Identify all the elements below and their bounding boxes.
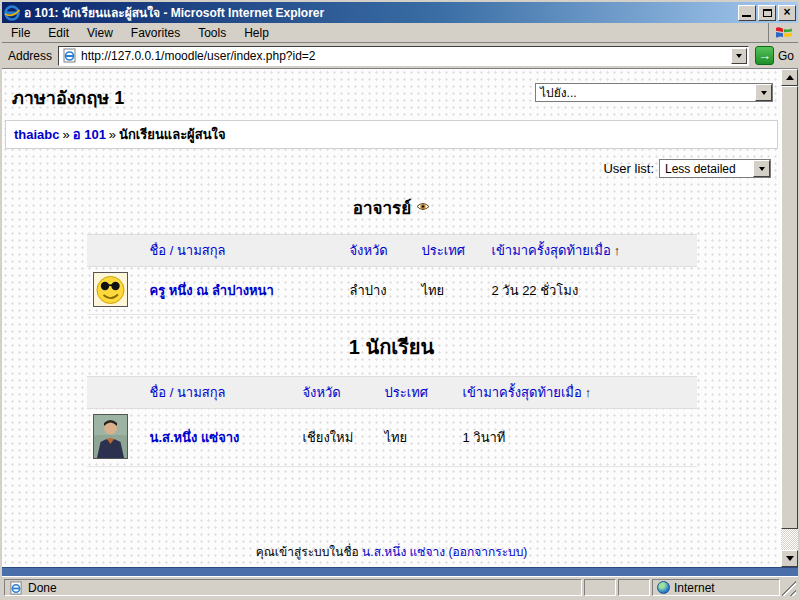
header-province-link[interactable]: จังหวัด bbox=[350, 243, 388, 258]
scroll-down-button[interactable] bbox=[781, 550, 798, 567]
close-button[interactable]: × bbox=[778, 5, 796, 21]
menu-edit[interactable]: Edit bbox=[39, 24, 78, 42]
header-province-link[interactable]: จังหวัด bbox=[303, 385, 341, 400]
status-bar: Done Internet bbox=[2, 576, 798, 598]
scroll-up-button[interactable] bbox=[781, 69, 798, 86]
userlist-control: User list: Less detailed bbox=[2, 149, 781, 178]
avatar[interactable] bbox=[93, 272, 128, 307]
breadcrumb-separator: » bbox=[106, 127, 119, 142]
header-name: ชื่อ / นามสกุล bbox=[144, 235, 344, 267]
header-country-link[interactable]: ประเทศ bbox=[422, 243, 465, 258]
address-bar: Address http://127.0.0.1/moodle/user/ind… bbox=[2, 43, 798, 69]
breadcrumb-current: นักเรียนและผู้สนใจ bbox=[119, 127, 225, 142]
table-row: น.ส.หนึ่ง แซ่จาง เชียงใหม่ ไทย 1 วินาที bbox=[87, 409, 697, 467]
student-heading: 1 นักเรียน bbox=[2, 331, 781, 363]
cell-country: ไทย bbox=[416, 267, 486, 315]
cell-avatar bbox=[87, 409, 144, 467]
vertical-scrollbar[interactable] bbox=[781, 69, 798, 567]
breadcrumb-separator: » bbox=[60, 127, 73, 142]
cell-name: น.ส.หนึ่ง แซ่จาง bbox=[144, 409, 297, 467]
go-arrow-icon: → bbox=[755, 46, 774, 65]
ie-page-icon bbox=[9, 581, 23, 595]
cell-avatar bbox=[87, 267, 144, 315]
student-profile-link[interactable]: น.ส.หนึ่ง แซ่จาง bbox=[150, 430, 240, 445]
window-title: อ 101: นักเรียนและผู้สนใจ - Microsoft In… bbox=[24, 3, 736, 22]
header-name: ชื่อ / นามสกุล bbox=[144, 377, 297, 409]
cell-name: ครู หนึ่ง ณ ลำปางหนา bbox=[144, 267, 344, 315]
header-country: ประเทศ bbox=[416, 235, 486, 267]
table-header-row: ชื่อ / นามสกุล จังหวัด ประเทศ เข้ามาครั้… bbox=[87, 235, 697, 267]
menu-help[interactable]: Help bbox=[235, 24, 278, 42]
jump-to-select[interactable]: ไปยัง... bbox=[535, 83, 773, 102]
breadcrumb: thaiabc»อ 101»นักเรียนและผู้สนใจ bbox=[5, 120, 778, 149]
students-table: ชื่อ / นามสกุล จังหวัด ประเทศ เข้ามาครั้… bbox=[87, 376, 697, 467]
table-row: ครู หนึ่ง ณ ลำปางหนา ลำปาง ไทย 2 วัน 22 … bbox=[87, 267, 697, 315]
go-label: Go bbox=[778, 49, 794, 63]
menu-tools[interactable]: Tools bbox=[189, 24, 235, 42]
bottom-blue-bar bbox=[2, 567, 798, 576]
logout-link[interactable]: (ออกจากระบบ) bbox=[448, 545, 527, 559]
teachers-table: ชื่อ / นามสกุล จังหวัด ประเทศ เข้ามาครั้… bbox=[87, 234, 697, 315]
smiley-avatar-image bbox=[94, 273, 127, 306]
menu-bar: File Edit View Favorites Tools Help bbox=[2, 23, 798, 43]
header-picture bbox=[87, 235, 144, 267]
page-header: ภาษาอังกฤษ 1 ไปยัง... bbox=[2, 77, 781, 116]
jump-to-value: ไปยัง... bbox=[540, 83, 755, 102]
scrollbar-thumb[interactable] bbox=[781, 86, 798, 529]
teacher-heading: อาจารย์ bbox=[2, 194, 781, 221]
restore-button[interactable] bbox=[758, 5, 776, 21]
eye-icon[interactable] bbox=[416, 201, 430, 212]
ie-page-icon bbox=[62, 48, 77, 63]
course-title: ภาษาอังกฤษ 1 bbox=[12, 83, 535, 112]
login-info-prefix: คุณเข้าสู่ระบบในชื่อ bbox=[256, 545, 359, 559]
menu-view[interactable]: View bbox=[78, 24, 122, 42]
status-pane-main: Done bbox=[4, 579, 582, 596]
page-viewport: ภาษาอังกฤษ 1 ไปยัง... thaiabc»อ 101»นักเ… bbox=[2, 69, 798, 576]
header-name-link[interactable]: ชื่อ / นามสกุล bbox=[150, 385, 226, 400]
header-lastaccess: เข้ามาครั้งสุดท้ายเมื่อ↑ bbox=[486, 235, 697, 267]
cell-province: เชียงใหม่ bbox=[297, 409, 379, 467]
photo-avatar-image bbox=[94, 415, 127, 458]
teacher-profile-link[interactable]: ครู หนึ่ง ณ ลำปางหนา bbox=[150, 283, 274, 298]
header-picture bbox=[87, 377, 144, 409]
header-province: จังหวัด bbox=[344, 235, 416, 267]
teacher-heading-text: อาจารย์ bbox=[353, 199, 411, 218]
header-name-link[interactable]: ชื่อ / นามสกุล bbox=[150, 243, 226, 258]
status-pane-zone: Internet bbox=[652, 579, 780, 596]
header-lastaccess: เข้ามาครั้งสุดท้ายเมื่อ↑ bbox=[457, 377, 697, 409]
globe-icon bbox=[657, 581, 670, 594]
cell-country: ไทย bbox=[379, 409, 457, 467]
address-url[interactable]: http://127.0.0.1/moodle/user/index.php?i… bbox=[81, 49, 731, 63]
page-content: ภาษาอังกฤษ 1 ไปยัง... thaiabc»อ 101»นักเ… bbox=[2, 69, 781, 567]
resize-grip[interactable] bbox=[782, 579, 796, 596]
header-lastaccess-link[interactable]: เข้ามาครั้งสุดท้ายเมื่อ bbox=[463, 385, 582, 400]
breadcrumb-course-link[interactable]: อ 101 bbox=[73, 127, 106, 142]
address-label: Address bbox=[8, 49, 52, 63]
cell-lastaccess: 1 วินาที bbox=[457, 409, 697, 467]
status-text: Done bbox=[28, 581, 57, 595]
menu-file[interactable]: File bbox=[2, 24, 39, 42]
userlist-label: User list: bbox=[603, 161, 654, 176]
browser-window: อ 101: นักเรียนและผู้สนใจ - Microsoft In… bbox=[0, 0, 800, 600]
address-dropdown-button[interactable] bbox=[731, 48, 747, 64]
status-pane-empty bbox=[584, 579, 616, 596]
avatar[interactable] bbox=[93, 414, 128, 459]
go-button[interactable]: → Go bbox=[755, 46, 794, 65]
userlist-select[interactable]: Less detailed bbox=[659, 159, 771, 178]
chevron-down-icon[interactable] bbox=[753, 160, 770, 177]
chevron-down-icon[interactable] bbox=[755, 84, 772, 101]
header-country-link[interactable]: ประเทศ bbox=[385, 385, 428, 400]
minimize-button[interactable] bbox=[738, 5, 756, 21]
ie-logo-icon bbox=[4, 5, 20, 21]
address-input[interactable]: http://127.0.0.1/moodle/user/index.php?i… bbox=[58, 46, 749, 66]
status-pane-empty bbox=[618, 579, 650, 596]
logged-in-user-link[interactable]: น.ส.หนึ่ง แซ่จาง bbox=[362, 545, 445, 559]
cell-lastaccess: 2 วัน 22 ชั่วโมง bbox=[486, 267, 697, 315]
header-province: จังหวัด bbox=[297, 377, 379, 409]
menu-favorites[interactable]: Favorites bbox=[122, 24, 189, 42]
breadcrumb-site-link[interactable]: thaiabc bbox=[14, 127, 60, 142]
cell-province: ลำปาง bbox=[344, 267, 416, 315]
header-lastaccess-link[interactable]: เข้ามาครั้งสุดท้ายเมื่อ bbox=[492, 243, 611, 258]
table-header-row: ชื่อ / นามสกุล จังหวัด ประเทศ เข้ามาครั้… bbox=[87, 377, 697, 409]
windows-flag-icon bbox=[768, 23, 798, 42]
